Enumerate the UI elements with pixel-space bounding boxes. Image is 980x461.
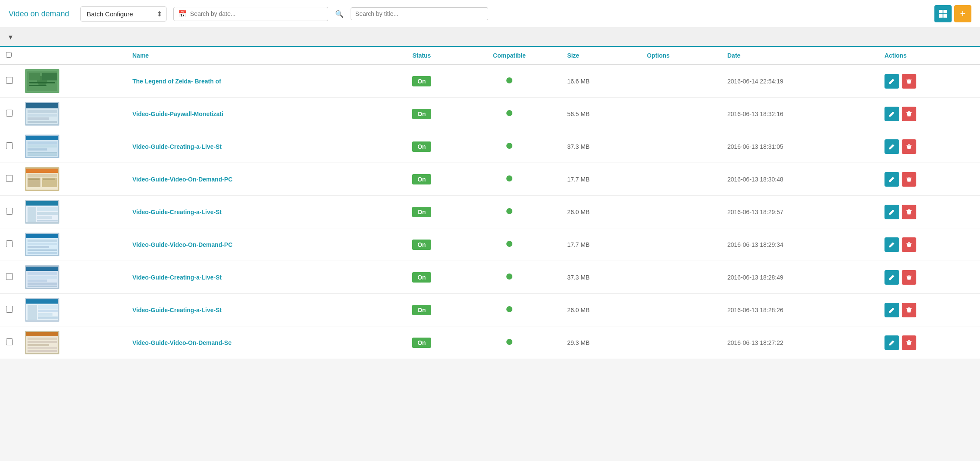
svg-rect-12 — [908, 79, 910, 80]
svg-rect-67 — [28, 280, 47, 282]
delete-button-6[interactable] — [902, 237, 916, 252]
grid-view-button[interactable] — [934, 5, 952, 22]
svg-rect-87 — [28, 344, 49, 346]
compatible-dot-5 — [506, 208, 512, 214]
svg-rect-34 — [26, 169, 58, 173]
compatible-cell — [457, 326, 561, 359]
video-name-8[interactable]: Video-Guide-Creating-a-Live-St — [133, 307, 222, 313]
edit-button-3[interactable] — [884, 139, 899, 154]
size-cell-9: 29.3 MB — [561, 326, 641, 359]
actions-5 — [884, 205, 974, 219]
name-cell: Video-Guide-Video-On-Demand-PC — [126, 228, 386, 261]
video-name-2[interactable]: Video-Guide-Paywall-Monetizati — [133, 111, 223, 117]
video-name-9[interactable]: Video-Guide-Video-On-Demand-Se — [133, 339, 232, 346]
actions-cell-9 — [878, 326, 980, 359]
edit-icon — [889, 242, 895, 248]
expand-icon[interactable]: ▾ — [9, 33, 12, 41]
actions-cell-6 — [878, 228, 980, 261]
app-title[interactable]: Video on demand — [9, 9, 69, 18]
actions-8 — [884, 303, 974, 317]
video-name-1[interactable]: The Legend of Zelda- Breath of — [133, 78, 221, 85]
row-checkbox-2[interactable] — [6, 110, 13, 117]
thumbnail-cell — [19, 65, 126, 98]
row-checkbox-4[interactable] — [6, 175, 13, 182]
svg-rect-19 — [28, 121, 57, 123]
title-search-input[interactable] — [355, 10, 484, 17]
delete-button-1[interactable] — [902, 74, 916, 89]
delete-button-5[interactable] — [902, 205, 916, 219]
date-search-wrapper: 📅 — [173, 7, 328, 21]
add-button[interactable]: + — [954, 5, 971, 22]
edit-button-5[interactable] — [884, 205, 899, 219]
video-name-6[interactable]: Video-Guide-Video-On-Demand-PC — [133, 241, 233, 248]
compatible-dot-7 — [506, 274, 512, 280]
row-checkbox-3[interactable] — [6, 142, 13, 149]
edit-button-7[interactable] — [884, 270, 899, 285]
trash-icon — [906, 176, 912, 182]
grid-icon — [939, 10, 947, 18]
delete-button-8[interactable] — [902, 303, 916, 317]
svg-rect-65 — [28, 272, 57, 275]
edit-icon — [889, 340, 895, 346]
edit-button-9[interactable] — [884, 335, 899, 350]
actions-1 — [884, 74, 974, 89]
edit-icon — [889, 176, 895, 182]
video-name-7[interactable]: Video-Guide-Creating-a-Live-St — [133, 274, 222, 281]
row-checkbox-cell — [0, 130, 19, 163]
video-name-4[interactable]: Video-Guide-Video-On-Demand-PC — [133, 176, 233, 183]
svg-rect-90 — [906, 341, 912, 342]
thumbnail-cell — [19, 228, 126, 261]
date-search-input[interactable] — [190, 10, 324, 17]
svg-rect-85 — [28, 338, 57, 340]
svg-rect-11 — [906, 80, 912, 80]
edit-icon — [889, 274, 895, 280]
row-checkbox-8[interactable] — [6, 306, 13, 313]
edit-button-4[interactable] — [884, 172, 899, 187]
row-checkbox-cell — [0, 228, 19, 261]
video-name-5[interactable]: Video-Guide-Creating-a-Live-St — [133, 209, 222, 215]
row-checkbox-7[interactable] — [6, 273, 13, 280]
edit-button-1[interactable] — [884, 74, 899, 89]
actions-cell-5 — [878, 196, 980, 228]
row-checkbox-9[interactable] — [6, 338, 13, 345]
svg-rect-15 — [26, 103, 58, 108]
svg-rect-89 — [28, 350, 57, 352]
video-name-3[interactable]: Video-Guide-Creating-a-Live-St — [133, 143, 222, 150]
compatible-cell — [457, 65, 561, 98]
svg-rect-60 — [906, 243, 912, 244]
edit-button-6[interactable] — [884, 237, 899, 252]
edit-button-2[interactable] — [884, 107, 899, 121]
batch-configure-wrapper: Batch Configure Batch Enable Batch Disab… — [80, 6, 166, 22]
svg-rect-25 — [28, 141, 57, 144]
actions-header: Actions — [878, 47, 980, 65]
row-checkbox-6[interactable] — [6, 240, 13, 247]
date-cell-5: 2016-06-13 18:29:57 — [721, 196, 878, 228]
delete-button-7[interactable] — [902, 270, 916, 285]
select-all-checkbox[interactable] — [6, 52, 12, 58]
actions-9 — [884, 335, 974, 350]
svg-rect-10 — [29, 85, 46, 86]
delete-button-4[interactable] — [902, 172, 916, 187]
row-checkbox-1[interactable] — [6, 77, 13, 84]
delete-button-2[interactable] — [902, 107, 916, 121]
delete-button-3[interactable] — [902, 139, 916, 154]
compatible-dot-6 — [506, 241, 512, 247]
name-cell: Video-Guide-Creating-a-Live-St — [126, 130, 386, 163]
svg-rect-49 — [37, 220, 58, 221]
options-cell-1 — [641, 65, 721, 98]
thumbnail-cell — [19, 196, 126, 228]
svg-rect-80 — [906, 308, 912, 309]
video-table: Name Status Compatible Size Options Date… — [0, 47, 980, 359]
edit-button-8[interactable] — [884, 303, 899, 317]
actions-cell-8 — [878, 294, 980, 326]
trash-icon — [906, 307, 912, 313]
row-checkbox-5[interactable] — [6, 208, 13, 215]
svg-rect-69 — [28, 286, 57, 287]
svg-rect-16 — [28, 110, 57, 113]
delete-button-9[interactable] — [902, 335, 916, 350]
size-cell-7: 37.3 MB — [561, 261, 641, 294]
batch-configure-select[interactable]: Batch Configure Batch Enable Batch Disab… — [80, 6, 166, 22]
svg-rect-61 — [908, 242, 910, 243]
date-header: Date — [721, 47, 878, 65]
options-cell-3 — [641, 130, 721, 163]
